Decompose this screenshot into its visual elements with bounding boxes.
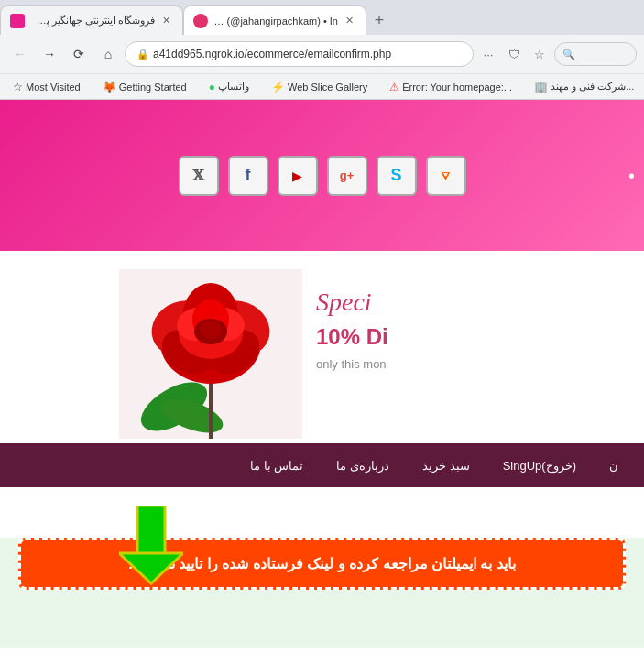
rose-svg (119, 269, 302, 439)
nav-contact-label: تماس با ما (250, 459, 303, 473)
star-bookmark-icon: ☆ (13, 81, 23, 93)
bookmark-web-slice-label: Web Slice Gallery (288, 82, 367, 93)
address-bar: ← → ⟳ ⌂ 🔒 a41dd965.ngrok.io/ecommerce/em… (0, 35, 644, 73)
bookmark-error[interactable]: ⚠ Error: Your homepage:... (384, 79, 518, 95)
promo-text: Speci 10% Di only this mon (302, 269, 626, 389)
svg-marker-17 (119, 553, 183, 583)
new-tab-button[interactable]: + (366, 7, 392, 33)
bookmark-most-visited[interactable]: ☆ Most Visited (7, 79, 86, 95)
youtube-icon: ▶ (292, 169, 302, 183)
tab-2-title: jahangir (@jahangirpachkam) • In... (213, 16, 338, 27)
content-area: Speci 10% Di only this mon (0, 251, 644, 443)
reload-button[interactable]: ⟳ (66, 41, 92, 67)
home-button[interactable]: ⌂ (95, 41, 121, 67)
bookmark-company-label: شرکت فنی و مهند... (551, 81, 634, 93)
tab-2-close[interactable]: ✕ (342, 14, 356, 28)
tab-1[interactable]: فروشگاه اینترنتی جهانگیر پچکم ✕ (0, 5, 183, 35)
search-box[interactable]: 🔍 (554, 42, 637, 66)
shield-icon[interactable]: 🛡 (503, 43, 525, 65)
whatsapp-icon: ● (209, 81, 215, 93)
tab-2[interactable]: jahangir (@jahangirpachkam) • In... ✕ (183, 5, 366, 35)
discount-text: 10% Di (316, 324, 612, 350)
rose-image (119, 269, 302, 439)
browser-chrome: فروشگاه اینترنتی جهانگیر پچکم ✕ jahangir… (0, 0, 644, 100)
social-icons-bar: 𝕏 f ▶ g+ S ⛛ (179, 137, 466, 214)
more-button[interactable]: ··· (477, 43, 499, 65)
address-text: a41dd965.ngrok.io/ecommerce/emailconfirm… (153, 48, 391, 60)
youtube-button[interactable]: ▶ (278, 156, 318, 196)
twitter-icon: 𝕏 (192, 167, 203, 184)
bookmark-most-visited-label: Most Visited (26, 82, 81, 93)
company-icon: 🏢 (534, 81, 548, 93)
search-icon: 🔍 (562, 49, 575, 60)
svg-point-15 (200, 321, 222, 339)
bookmark-whatsapp[interactable]: ● واتساپ (203, 79, 255, 95)
star-icon[interactable]: ☆ (529, 43, 551, 65)
bookmark-error-label: Error: Your homepage:... (402, 82, 512, 93)
nav-link-about[interactable]: درباره‌ی ما (320, 443, 406, 487)
bookmarks-bar: ☆ Most Visited 🦊 Getting Started ● واتسا… (0, 73, 644, 99)
address-input[interactable]: 🔒 a41dd965.ngrok.io/ecommerce/emailconfi… (125, 41, 474, 67)
fox-icon: 🦊 (103, 81, 116, 93)
bookmark-company[interactable]: 🏢 شرکت فنی و مهند... (529, 79, 639, 95)
rss-button[interactable]: ⛛ (426, 156, 466, 196)
bookmark-getting-started-label: Getting Started (119, 82, 187, 93)
facebook-button[interactable]: f (228, 156, 268, 196)
message-box: باید به ایمیلتان مراجعه کرده و لینک فرست… (18, 538, 626, 590)
address-icons: ··· 🛡 ☆ 🔍 (477, 42, 637, 66)
bookmark-getting-started[interactable]: 🦊 Getting Started (97, 79, 192, 95)
tab-1-favicon (10, 14, 25, 28)
bookmark-whatsapp-label: واتساپ (218, 81, 249, 93)
nav-link-contact[interactable]: تماس با ما (234, 443, 320, 487)
back-button[interactable]: ← (7, 41, 33, 67)
tab-1-title: فروشگاه اینترنتی جهانگیر پچکم (30, 15, 155, 27)
google-plus-button[interactable]: g+ (327, 156, 367, 196)
bookmark-web-slice[interactable]: ⚡ Web Slice Gallery (266, 79, 373, 95)
nav-bar: ن (خروج)SingUp سبد خرید درباره‌ی ما تماس… (0, 443, 644, 487)
forward-button[interactable]: → (37, 41, 62, 67)
tab-2-favicon (193, 14, 208, 28)
nav-cart-label: سبد خرید (422, 459, 470, 473)
skype-icon: S (390, 166, 401, 185)
top-banner: 𝕏 f ▶ g+ S ⛛ • (0, 100, 644, 251)
bottom-section: باید به ایمیلتان مراجعه کرده و لینک فرست… (0, 538, 644, 648)
nav-about-label: درباره‌ی ما (336, 459, 389, 473)
nav-link-cart[interactable]: سبد خرید (406, 443, 486, 487)
tab-1-close[interactable]: ✕ (158, 14, 173, 28)
only-text: only this mon (316, 357, 612, 371)
skype-button[interactable]: S (377, 156, 417, 196)
twitter-button[interactable]: 𝕏 (179, 156, 219, 196)
down-arrow-svg (119, 506, 183, 588)
facebook-icon: f (246, 166, 251, 185)
web-slice-icon: ⚡ (271, 81, 285, 93)
svg-rect-16 (137, 506, 165, 556)
website-content: 𝕏 f ▶ g+ S ⛛ • (0, 100, 644, 664)
tab-bar: فروشگاه اینترنتی جهانگیر پچکم ✕ jahangir… (0, 0, 644, 35)
menu-dots: • (628, 165, 635, 186)
nav-link-n[interactable]: ن (593, 443, 635, 487)
nav-n-label: ن (609, 459, 618, 473)
rss-icon: ⛛ (439, 168, 453, 183)
promo-heading: Speci (316, 288, 612, 317)
google-plus-icon: g+ (340, 169, 355, 182)
error-icon: ⚠ (389, 81, 399, 93)
nav-link-signup[interactable]: (خروج)SingUp (486, 443, 593, 487)
nav-signup-label: (خروج)SingUp (503, 459, 576, 473)
arrow-container (119, 506, 183, 592)
